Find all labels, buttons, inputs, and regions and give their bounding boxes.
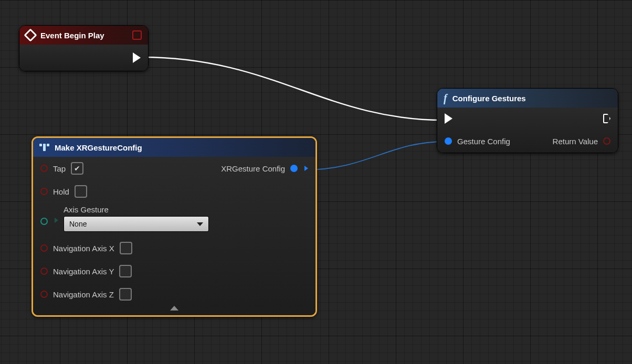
output-pin-xrgesture-config[interactable] bbox=[290, 165, 298, 172]
wire-gesture-config bbox=[303, 142, 445, 170]
input-label-nav-x: Navigation Axis X bbox=[53, 244, 114, 253]
dropdown-axis-gesture[interactable]: None bbox=[64, 216, 209, 232]
input-pin-gesture-config[interactable] bbox=[445, 137, 452, 145]
enum-pin-arrow bbox=[55, 218, 58, 223]
function-icon: f bbox=[444, 92, 447, 104]
exec-in-pin[interactable] bbox=[445, 113, 452, 124]
node-header[interactable]: Make XRGestureConfig bbox=[33, 138, 315, 157]
checkbox-nav-y[interactable] bbox=[119, 265, 132, 277]
node-make-xrgestureconfig[interactable]: Make XRGestureConfig Tap XRGesture Confi… bbox=[31, 136, 317, 317]
node-event-begin-play[interactable]: Event Begin Play bbox=[19, 25, 149, 71]
checkbox-nav-z[interactable] bbox=[119, 288, 132, 301]
input-label-nav-z: Navigation Axis Z bbox=[53, 290, 114, 299]
input-label-axis: Axis Gesture bbox=[64, 205, 209, 214]
exec-out-pin[interactable] bbox=[133, 52, 141, 63]
wire-exec bbox=[142, 57, 444, 120]
input-pin-nav-y[interactable] bbox=[40, 267, 48, 275]
node-title: Event Begin Play bbox=[40, 31, 104, 40]
output-label: XRGesture Config bbox=[221, 164, 285, 173]
input-pin-tap[interactable] bbox=[40, 165, 48, 172]
exec-out-pin[interactable] bbox=[603, 114, 610, 123]
expand-pins-toggle[interactable] bbox=[33, 306, 315, 315]
output-pin-arrow bbox=[304, 166, 308, 171]
input-pin-hold[interactable] bbox=[40, 188, 48, 195]
node-header[interactable]: Event Begin Play bbox=[19, 26, 148, 45]
make-struct-icon bbox=[39, 144, 49, 151]
output-label: Return Value bbox=[553, 137, 598, 146]
input-pin-axis-gesture[interactable] bbox=[40, 218, 48, 225]
input-label: Gesture Config bbox=[457, 137, 510, 146]
node-configure-gestures[interactable]: f Configure Gestures Gesture Config Retu… bbox=[437, 88, 618, 153]
checkbox-hold[interactable] bbox=[75, 185, 87, 198]
delegate-pin[interactable] bbox=[132, 30, 142, 40]
checkbox-nav-x[interactable] bbox=[120, 242, 132, 254]
input-label-hold: Hold bbox=[53, 187, 69, 196]
event-icon bbox=[24, 28, 37, 41]
chevron-down-icon bbox=[197, 222, 203, 226]
output-pin-return-value[interactable] bbox=[603, 137, 610, 145]
blueprint-canvas[interactable]: { "event_node": { "title": "Event Begin … bbox=[0, 0, 632, 364]
dropdown-value: None bbox=[69, 220, 87, 228]
input-pin-nav-x[interactable] bbox=[40, 244, 48, 252]
input-pin-nav-z[interactable] bbox=[40, 291, 48, 298]
node-title: Configure Gestures bbox=[452, 94, 526, 103]
checkbox-tap[interactable] bbox=[71, 162, 83, 175]
node-header[interactable]: f Configure Gestures bbox=[437, 89, 618, 108]
input-label-nav-y: Navigation Axis Y bbox=[53, 267, 114, 276]
input-label-tap: Tap bbox=[53, 164, 66, 173]
node-title: Make XRGestureConfig bbox=[55, 143, 142, 152]
